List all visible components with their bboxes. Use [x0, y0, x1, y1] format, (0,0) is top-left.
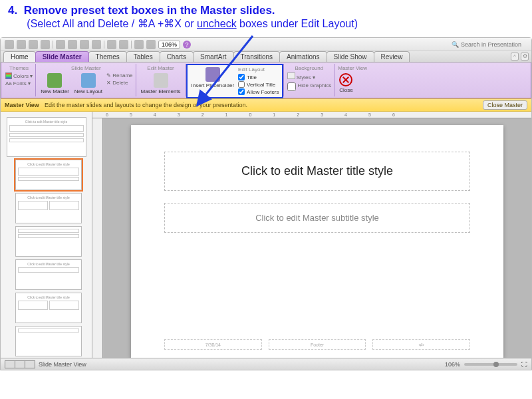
slide-number-placeholder[interactable]: ‹#› — [372, 339, 470, 350]
close-icon — [339, 73, 352, 86]
copy-icon[interactable] — [68, 40, 77, 49]
search-icon: 🔍 — [452, 41, 459, 48]
slide-master-group: Slide Master New Master New Layout ✎ Ren… — [37, 64, 136, 96]
open-icon[interactable] — [17, 40, 26, 49]
group-title: Edit Master — [140, 65, 182, 71]
tab-smartart[interactable]: SmartArt — [193, 51, 233, 62]
fonts-icon: Aa — [5, 80, 12, 86]
tab-charts[interactable]: Charts — [160, 51, 194, 62]
master-view-message-bar: Master View Edit the master slides and l… — [1, 98, 531, 112]
search-box[interactable]: 🔍 — [452, 41, 527, 48]
help-icon[interactable]: ? — [183, 41, 191, 49]
collapse-ribbon-icon[interactable]: ^ — [511, 53, 519, 61]
new-master-button[interactable]: New Master — [39, 72, 70, 95]
hide-graphics-checkbox[interactable] — [287, 82, 296, 91]
themes-group: Themes Colors ▾ AaFonts ▾ — [3, 64, 36, 96]
layout-thumbnail[interactable]: Click to edit Master title style — [15, 193, 82, 223]
layout-thumbnail[interactable]: Click to edit Master title style — [15, 160, 82, 190]
vertical-ruler — [92, 118, 103, 358]
delete-button[interactable]: ✕ Delete — [106, 80, 132, 86]
title-checkbox-row[interactable]: Title — [238, 74, 279, 80]
view-buttons — [5, 360, 35, 368]
slide-canvas[interactable]: Click to edit Master title style Click t… — [103, 118, 531, 358]
layout-thumbnail[interactable] — [15, 326, 82, 356]
cut-icon[interactable] — [56, 40, 65, 49]
group-title: Slide Master — [39, 65, 132, 71]
ribbon: Themes Colors ▾ AaFonts ▾ Slide Master N… — [1, 63, 531, 98]
group-title: Edit Layout — [238, 66, 279, 72]
new-layout-button[interactable]: New Layout — [73, 72, 104, 95]
colors-button[interactable]: Colors — [13, 73, 29, 79]
master-view-group: Master View Close — [335, 64, 370, 96]
save-icon[interactable] — [29, 40, 38, 49]
slideshow-view-button[interactable] — [25, 360, 35, 368]
new-icon[interactable] — [5, 40, 14, 49]
title-placeholder[interactable]: Click to edit Master title style — [164, 152, 470, 191]
undo-icon[interactable] — [107, 40, 116, 49]
step-number: 4. — [8, 4, 17, 17]
master-elements-icon — [154, 73, 168, 88]
normal-view-button[interactable] — [5, 360, 15, 368]
step-sub-post: boxes under Edit Layout) — [237, 18, 358, 29]
insert-placeholder-button[interactable]: Insert Placeholder — [190, 66, 235, 89]
allow-footers-checkbox[interactable] — [238, 88, 245, 95]
tab-themes[interactable]: Themes — [88, 51, 127, 62]
sorter-view-button[interactable] — [15, 360, 25, 368]
slide-thumbnail-panel[interactable]: Click to edit Master title style Click t… — [1, 112, 92, 358]
footer-placeholder[interactable]: Footer — [269, 339, 366, 350]
date-placeholder[interactable]: 7/30/14 — [164, 339, 262, 350]
subtitle-placeholder[interactable]: Click to edit Master subtitle style — [164, 203, 470, 233]
tab-animations[interactable]: Animations — [279, 51, 327, 62]
print-icon[interactable] — [41, 40, 50, 49]
allow-footers-checkbox-row[interactable]: Allow Footers — [238, 88, 279, 95]
layout-thumbnail[interactable]: Click to edit Master title style — [15, 259, 82, 290]
group-title: Master View — [338, 65, 367, 71]
status-zoom[interactable]: 106% — [445, 361, 460, 368]
master-slide[interactable]: Click to edit Master title style Click t… — [131, 125, 503, 358]
zoom-slider[interactable] — [464, 363, 517, 366]
rename-button[interactable]: ✎ Rename — [106, 72, 132, 78]
styles-button[interactable]: Styles ▾ — [287, 72, 315, 80]
master-view-text: Edit the master slides and layouts to ch… — [45, 102, 247, 108]
tab-transitions[interactable]: Transitions — [233, 51, 281, 62]
zoom-level[interactable]: 106% — [158, 41, 180, 49]
search-input[interactable] — [461, 41, 527, 48]
powerpoint-window: 106% ? 🔍 Home Slide Master Themes Tables… — [0, 37, 532, 370]
background-group: Background Styles ▾ Hide Graphics — [285, 64, 335, 96]
fit-to-window-icon[interactable]: ⛶ — [521, 361, 527, 368]
hide-graphics-checkbox-row[interactable]: Hide Graphics — [287, 82, 332, 91]
ribbon-settings-icon[interactable]: ⚙ — [521, 53, 529, 61]
instruction-text: 4. Remove preset text boxes in the Maste… — [0, 0, 532, 37]
layout-thumbnail[interactable]: Click to edit Master title style — [15, 293, 82, 323]
vertical-title-checkbox[interactable] — [238, 81, 245, 88]
status-label: Slide Master View — [39, 361, 86, 368]
quick-access-toolbar: 106% ? 🔍 — [1, 38, 531, 51]
horizontal-ruler: 6543210123456 — [92, 112, 531, 118]
ribbon-tabs: Home Slide Master Themes Tables Charts S… — [1, 51, 531, 63]
insert-placeholder-icon — [205, 67, 220, 82]
close-master-view-button[interactable]: Close — [338, 72, 354, 94]
canvas-area: 6543210123456 Click to edit Master title… — [92, 112, 531, 358]
master-thumbnail[interactable]: Click to edit Master title style — [7, 117, 86, 157]
title-checkbox[interactable] — [238, 74, 245, 80]
redo-icon[interactable] — [119, 40, 128, 49]
step-title: Remove preset text boxes in the Master s… — [24, 4, 275, 17]
tab-slide-master[interactable]: Slide Master — [35, 51, 89, 62]
tab-slideshow[interactable]: Slide Show — [327, 51, 374, 62]
format-painter-icon[interactable] — [92, 40, 101, 49]
slideshow-icon[interactable] — [134, 40, 144, 49]
paste-icon[interactable] — [80, 40, 89, 49]
vertical-title-checkbox-row[interactable]: Vertical Title — [238, 81, 279, 88]
close-master-button[interactable]: Close Master — [483, 100, 527, 110]
tab-review[interactable]: Review — [374, 51, 410, 62]
master-view-label: Master View — [5, 102, 39, 108]
edit-layout-group: Insert Placeholder Edit Layout Title Ver… — [186, 64, 284, 96]
master-elements-button[interactable]: Master Elements — [140, 72, 182, 95]
tab-tables[interactable]: Tables — [126, 51, 160, 62]
tab-home[interactable]: Home — [3, 51, 36, 62]
new-master-icon — [47, 73, 62, 88]
fonts-button[interactable]: Fonts — [13, 80, 27, 86]
styles-icon — [287, 72, 295, 79]
media-icon[interactable] — [146, 40, 156, 49]
layout-thumbnail[interactable] — [15, 226, 82, 257]
